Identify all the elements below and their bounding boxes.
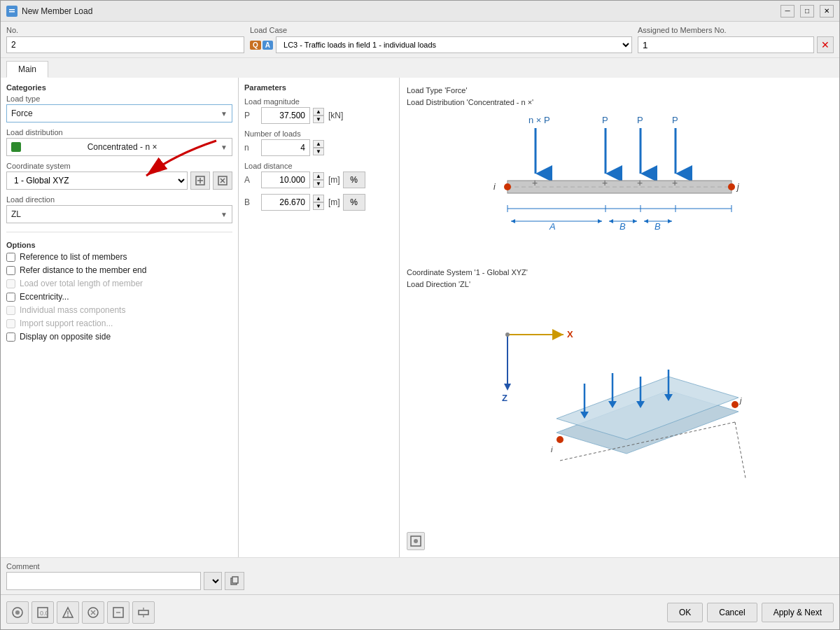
num-loads-section: Number of loads n ▲ ▼ [244, 130, 393, 156]
n-spinners: ▲ ▼ [313, 140, 324, 155]
comment-copy-btn[interactable] [225, 572, 244, 590]
checkbox-import-label: Import support reaction... [20, 318, 113, 328]
a-input[interactable] [261, 172, 310, 188]
n-input[interactable] [261, 139, 310, 156]
load-distance-section: Load distance A ▲ ▼ [m] % B ▲ [244, 162, 393, 211]
svg-text:Z: Z [502, 393, 507, 403]
checkbox-mass-label: Individual mass components [20, 305, 125, 315]
load-dist-dropdown[interactable]: Concentrated - n × ▼ [6, 138, 232, 156]
p-unit: [kN] [328, 111, 343, 120]
comment-input[interactable] [6, 572, 201, 590]
titlebar: New Member Load ─ □ ✕ [1, 1, 839, 22]
n-spin-up[interactable]: ▲ [313, 140, 324, 148]
checkbox-import-input [6, 319, 15, 328]
diagram-tool-btn[interactable] [407, 532, 425, 550]
coord-btn2[interactable] [213, 172, 232, 190]
tool-btn-1[interactable] [6, 601, 29, 624]
load-dist-field: Load distribution Concentrated - n × ▼ [6, 128, 232, 156]
svg-rect-83 [139, 610, 148, 615]
checkbox-refer-dist-input[interactable] [6, 266, 15, 275]
tool-btn-3[interactable] [57, 601, 79, 624]
tab-main[interactable]: Main [6, 61, 48, 78]
p-spin-up[interactable]: ▲ [313, 108, 324, 115]
svg-rect-1 [9, 9, 15, 10]
svg-marker-48 [504, 384, 511, 391]
svg-text:P: P [637, 115, 643, 125]
load-type-dropdown[interactable]: Force ▼ [6, 104, 232, 122]
diagram-area: Load Type 'Force' Load Distribution 'Con… [400, 78, 839, 557]
checkbox-ref-list-input[interactable] [6, 253, 15, 262]
tool-btn-5[interactable] [107, 601, 130, 624]
no-input[interactable] [6, 36, 244, 53]
load-type-value: Force [11, 108, 33, 118]
checkbox-refer-dist: Refer distance to the member end [6, 265, 232, 275]
tool-btn-4[interactable] [82, 601, 104, 624]
categories-title: Categories [6, 83, 232, 92]
checkbox-mass-input [6, 306, 15, 315]
assigned-input[interactable] [638, 36, 814, 53]
apply-next-button[interactable]: Apply & Next [762, 603, 834, 622]
options-title: Options [6, 241, 232, 249]
diagram-tools [407, 532, 425, 550]
load-direction-label: Load direction [6, 195, 232, 204]
load-direction-dropdown[interactable]: ZL ▼ [6, 205, 232, 223]
comment-dropdown[interactable] [204, 572, 222, 590]
checkbox-display-input[interactable] [6, 332, 15, 342]
b-spin-down[interactable]: ▼ [313, 202, 324, 210]
tool-btn-6[interactable] [132, 601, 155, 624]
svg-text:j: j [736, 182, 739, 192]
cancel-button[interactable]: Cancel [707, 603, 757, 622]
load-type-diagram-label: Load Type 'Force' [407, 86, 468, 94]
b-spinners: ▲ ▼ [313, 195, 324, 210]
svg-text:B: B [620, 221, 626, 232]
svg-point-63 [732, 401, 738, 408]
no-label: No. [6, 26, 244, 34]
comment-left: Comment [6, 562, 244, 590]
load-direction-value: ZL [11, 209, 21, 219]
load-diagram-title: Load Type 'Force' Load Distribution 'Con… [407, 85, 832, 108]
checkbox-eccentricity-input[interactable] [6, 293, 15, 302]
minimize-button[interactable]: ─ [780, 5, 794, 18]
checkbox-ref-list: Reference to list of members [6, 252, 232, 262]
svg-point-72 [15, 610, 20, 615]
p-input[interactable] [261, 107, 310, 124]
footer: 0.0 OK Cancel Apply & Next [1, 594, 839, 629]
svg-text:+: + [637, 177, 643, 188]
loadcase-select[interactable]: LC3 - Traffic loads in field 1 - individ… [276, 36, 632, 53]
p-row: P ▲ ▼ [kN] [244, 107, 393, 124]
svg-rect-70 [232, 577, 238, 583]
b-spin-up[interactable]: ▲ [313, 195, 324, 202]
n-spin-down[interactable]: ▼ [313, 148, 324, 155]
p-spin-down[interactable]: ▼ [313, 115, 324, 123]
coord-system-field: Coordinate system 1 - Global XYZ [6, 162, 232, 190]
assigned-label: Assigned to Members No. [638, 26, 834, 34]
checkbox-display-label: Display on opposite side [20, 332, 111, 342]
maximize-button[interactable]: □ [800, 5, 814, 18]
n-label: n [244, 143, 258, 153]
a-spin-up[interactable]: ▲ [313, 172, 324, 180]
p-spinners: ▲ ▼ [313, 108, 324, 123]
a-spin-down[interactable]: ▼ [313, 180, 324, 188]
ok-button[interactable]: OK [667, 603, 703, 622]
checkbox-import: Import support reaction... [6, 318, 232, 328]
a-percent-btn[interactable]: % [343, 172, 365, 188]
svg-text:i: i [493, 182, 496, 192]
load-distance-label: Load distance [244, 162, 393, 170]
coord-system-diagram-label: Coordinate System '1 - Global XYZ' [407, 268, 528, 276]
a-label: A [244, 175, 258, 185]
window-icon [6, 6, 18, 17]
assigned-clear-button[interactable]: ✕ [817, 36, 834, 53]
tool-btn-2[interactable]: 0.0 [31, 601, 54, 624]
b-percent-btn[interactable]: % [343, 194, 365, 211]
options-section: Options Reference to list of members Ref… [6, 241, 232, 345]
n-row: n ▲ ▼ [244, 139, 393, 156]
coord-btn1[interactable] [190, 172, 210, 190]
close-button[interactable]: ✕ [820, 5, 834, 18]
svg-text:P: P [672, 115, 678, 125]
coord-diagram-title: Coordinate System '1 - Global XYZ' Load … [407, 267, 832, 290]
b-input[interactable] [261, 194, 310, 211]
a-spinners: ▲ ▼ [313, 172, 324, 188]
coord-system-select[interactable]: 1 - Global XYZ [6, 172, 188, 190]
load-dir-diagram-label: Load Direction 'ZL' [407, 280, 470, 288]
divider1 [6, 232, 232, 232]
